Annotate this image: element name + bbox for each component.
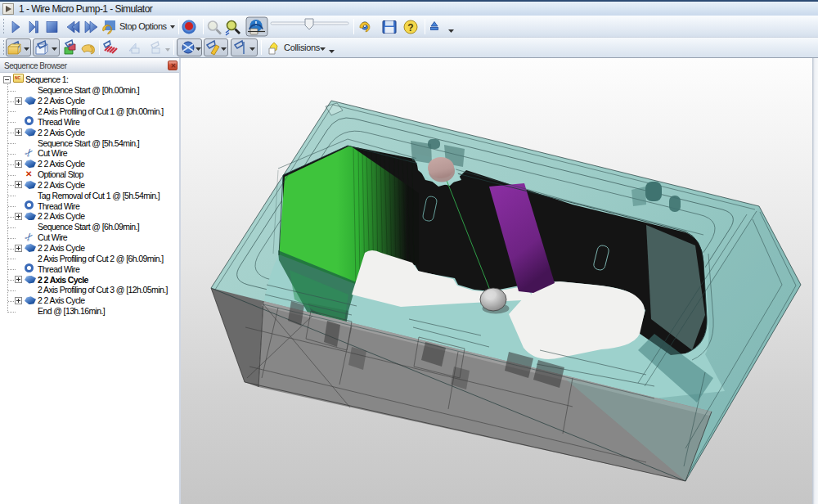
svg-text:?: ?	[407, 22, 413, 34]
